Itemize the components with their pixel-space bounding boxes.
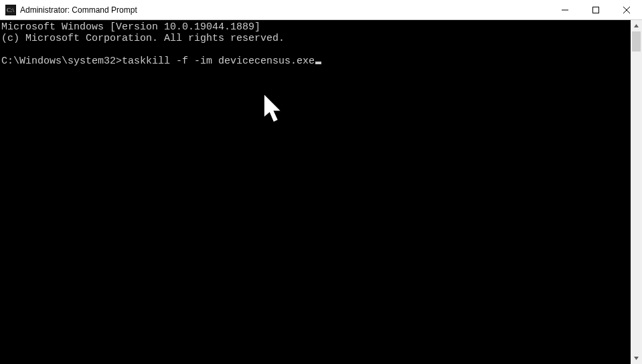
- text-cursor: [315, 62, 321, 64]
- window-title: Administrator: Command Prompt: [20, 5, 550, 15]
- scroll-up-arrow[interactable]: [631, 20, 642, 31]
- svg-text:C:\: C:\: [7, 7, 15, 13]
- title-bar: C:\ Administrator: Command Prompt: [0, 0, 642, 20]
- svg-line-6: [623, 7, 630, 13]
- terminal-area: Microsoft Windows [Version 10.0.19044.18…: [0, 20, 642, 364]
- svg-rect-4: [593, 7, 599, 13]
- scroll-track[interactable]: [631, 31, 642, 353]
- window-controls: [550, 0, 642, 19]
- maximize-button[interactable]: [580, 0, 611, 19]
- terminal-line: Microsoft Windows [Version 10.0.19044.18…: [1, 21, 260, 33]
- scroll-down-arrow[interactable]: [631, 353, 642, 364]
- svg-line-5: [623, 7, 630, 13]
- terminal-line: (c) Microsoft Corporation. All rights re…: [1, 33, 285, 44]
- terminal-command: taskkill -f -im devicecensus.exe: [122, 56, 315, 67]
- vertical-scrollbar[interactable]: [631, 20, 642, 364]
- scroll-thumb[interactable]: [632, 31, 641, 52]
- terminal-prompt: C:\Windows\system32>: [1, 56, 122, 67]
- terminal-output[interactable]: Microsoft Windows [Version 10.0.19044.18…: [0, 20, 631, 364]
- cmd-icon: C:\: [5, 5, 16, 15]
- close-button[interactable]: [611, 0, 642, 19]
- minimize-button[interactable]: [550, 0, 580, 19]
